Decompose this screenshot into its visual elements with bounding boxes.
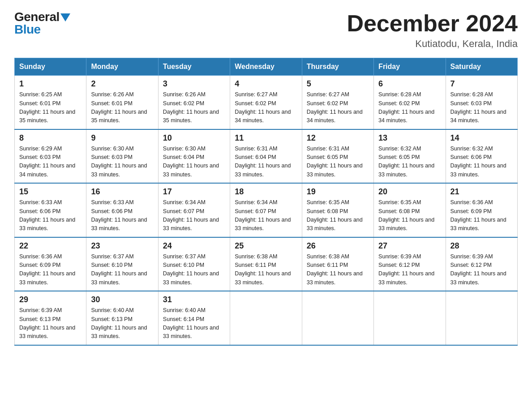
calendar-cell: 21Sunrise: 6:36 AMSunset: 6:09 PMDayligh… [446, 183, 517, 237]
day-info: Sunrise: 6:32 AMSunset: 6:05 PMDaylight:… [378, 145, 441, 180]
day-info: Sunrise: 6:34 AMSunset: 6:07 PMDaylight:… [235, 198, 297, 233]
calendar-cell: 31Sunrise: 6:40 AMSunset: 6:14 PMDayligh… [158, 291, 230, 345]
day-info: Sunrise: 6:39 AMSunset: 6:13 PMDaylight:… [19, 306, 82, 341]
day-info: Sunrise: 6:30 AMSunset: 6:04 PMDaylight:… [163, 145, 225, 180]
day-info: Sunrise: 6:33 AMSunset: 6:06 PMDaylight:… [91, 198, 153, 233]
calendar-header-thursday: Thursday [302, 58, 373, 76]
calendar-header-wednesday: Wednesday [230, 58, 302, 76]
day-number: 4 [235, 79, 297, 89]
day-number: 25 [235, 241, 297, 251]
page-header: General Blue December 2024 Kutiatodu, Ke… [14, 11, 518, 50]
calendar-header-sunday: Sunday [15, 58, 86, 76]
day-number: 2 [91, 79, 153, 89]
day-number: 24 [163, 241, 225, 251]
calendar-cell: 28Sunrise: 6:39 AMSunset: 6:12 PMDayligh… [446, 237, 517, 291]
day-info: Sunrise: 6:35 AMSunset: 6:08 PMDaylight:… [307, 198, 369, 233]
calendar-cell: 19Sunrise: 6:35 AMSunset: 6:08 PMDayligh… [302, 183, 373, 237]
day-number: 26 [307, 241, 369, 251]
day-info: Sunrise: 6:39 AMSunset: 6:12 PMDaylight:… [378, 253, 441, 287]
calendar-cell: 14Sunrise: 6:32 AMSunset: 6:06 PMDayligh… [446, 129, 517, 184]
day-info: Sunrise: 6:29 AMSunset: 6:03 PMDaylight:… [19, 145, 82, 180]
svg-marker-0 [60, 13, 70, 21]
calendar-cell: 10Sunrise: 6:30 AMSunset: 6:04 PMDayligh… [158, 129, 230, 184]
calendar-cell [374, 291, 446, 345]
day-info: Sunrise: 6:38 AMSunset: 6:11 PMDaylight:… [307, 253, 369, 287]
title-block: December 2024 Kutiatodu, Kerala, India [347, 11, 518, 50]
calendar-cell: 30Sunrise: 6:40 AMSunset: 6:13 PMDayligh… [86, 291, 158, 345]
calendar-cell: 11Sunrise: 6:31 AMSunset: 6:04 PMDayligh… [230, 129, 302, 184]
day-info: Sunrise: 6:25 AMSunset: 6:01 PMDaylight:… [19, 90, 82, 125]
day-info: Sunrise: 6:34 AMSunset: 6:07 PMDaylight:… [163, 198, 225, 233]
calendar-cell: 12Sunrise: 6:31 AMSunset: 6:05 PMDayligh… [302, 129, 373, 184]
calendar-cell: 7Sunrise: 6:28 AMSunset: 6:03 PMDaylight… [446, 76, 517, 129]
calendar-week-row: 1Sunrise: 6:25 AMSunset: 6:01 PMDaylight… [15, 76, 518, 129]
location-subtitle: Kutiatodu, Kerala, India [347, 38, 518, 50]
calendar-cell: 27Sunrise: 6:39 AMSunset: 6:12 PMDayligh… [374, 237, 446, 291]
calendar-cell [302, 291, 373, 345]
day-info: Sunrise: 6:26 AMSunset: 6:02 PMDaylight:… [163, 90, 225, 125]
calendar-cell: 5Sunrise: 6:27 AMSunset: 6:02 PMDaylight… [302, 76, 373, 129]
day-number: 6 [378, 79, 441, 89]
day-number: 23 [91, 241, 153, 251]
day-number: 17 [163, 187, 225, 197]
day-info: Sunrise: 6:35 AMSunset: 6:08 PMDaylight:… [378, 198, 441, 233]
calendar-header-saturday: Saturday [446, 58, 517, 76]
calendar-cell: 16Sunrise: 6:33 AMSunset: 6:06 PMDayligh… [86, 183, 158, 237]
logo-triangle-icon [60, 13, 70, 21]
day-info: Sunrise: 6:33 AMSunset: 6:06 PMDaylight:… [19, 198, 82, 233]
calendar-header-monday: Monday [86, 58, 158, 76]
day-info: Sunrise: 6:36 AMSunset: 6:09 PMDaylight:… [19, 253, 82, 287]
day-number: 19 [307, 187, 369, 197]
day-number: 9 [91, 133, 153, 143]
day-number: 22 [19, 241, 82, 251]
logo: General Blue [14, 11, 70, 36]
day-number: 18 [235, 187, 297, 197]
calendar-cell: 20Sunrise: 6:35 AMSunset: 6:08 PMDayligh… [374, 183, 446, 237]
day-number: 30 [91, 295, 153, 304]
day-info: Sunrise: 6:28 AMSunset: 6:03 PMDaylight:… [450, 90, 513, 125]
day-info: Sunrise: 6:39 AMSunset: 6:12 PMDaylight:… [450, 253, 513, 287]
day-number: 31 [163, 295, 225, 304]
day-number: 27 [378, 241, 441, 251]
calendar-header-row: SundayMondayTuesdayWednesdayThursdayFrid… [15, 58, 518, 76]
day-number: 15 [19, 187, 82, 197]
calendar-cell: 26Sunrise: 6:38 AMSunset: 6:11 PMDayligh… [302, 237, 373, 291]
calendar-cell [230, 291, 302, 345]
day-info: Sunrise: 6:40 AMSunset: 6:13 PMDaylight:… [91, 306, 153, 341]
calendar-cell: 4Sunrise: 6:27 AMSunset: 6:02 PMDaylight… [230, 76, 302, 129]
calendar-cell: 22Sunrise: 6:36 AMSunset: 6:09 PMDayligh… [15, 237, 86, 291]
calendar-cell: 18Sunrise: 6:34 AMSunset: 6:07 PMDayligh… [230, 183, 302, 237]
day-info: Sunrise: 6:37 AMSunset: 6:10 PMDaylight:… [163, 253, 225, 287]
calendar-cell: 1Sunrise: 6:25 AMSunset: 6:01 PMDaylight… [15, 76, 86, 129]
calendar-cell: 24Sunrise: 6:37 AMSunset: 6:10 PMDayligh… [158, 237, 230, 291]
day-info: Sunrise: 6:38 AMSunset: 6:11 PMDaylight:… [235, 253, 297, 287]
calendar-cell: 3Sunrise: 6:26 AMSunset: 6:02 PMDaylight… [158, 76, 230, 129]
day-number: 29 [19, 295, 82, 304]
day-number: 7 [450, 79, 513, 89]
day-info: Sunrise: 6:30 AMSunset: 6:03 PMDaylight:… [91, 145, 153, 180]
day-info: Sunrise: 6:31 AMSunset: 6:04 PMDaylight:… [235, 145, 297, 180]
calendar-cell: 29Sunrise: 6:39 AMSunset: 6:13 PMDayligh… [15, 291, 86, 345]
day-number: 1 [19, 79, 82, 89]
logo-blue: Blue [14, 23, 41, 36]
day-info: Sunrise: 6:31 AMSunset: 6:05 PMDaylight:… [307, 145, 369, 180]
calendar-cell: 15Sunrise: 6:33 AMSunset: 6:06 PMDayligh… [15, 183, 86, 237]
day-number: 20 [378, 187, 441, 197]
calendar-header-friday: Friday [374, 58, 446, 76]
day-info: Sunrise: 6:26 AMSunset: 6:01 PMDaylight:… [91, 90, 153, 125]
day-info: Sunrise: 6:36 AMSunset: 6:09 PMDaylight:… [450, 198, 513, 233]
logo-general: General [14, 11, 60, 23]
calendar-cell: 6Sunrise: 6:28 AMSunset: 6:02 PMDaylight… [374, 76, 446, 129]
day-number: 11 [235, 133, 297, 143]
day-number: 13 [378, 133, 441, 143]
day-info: Sunrise: 6:27 AMSunset: 6:02 PMDaylight:… [235, 90, 297, 125]
day-info: Sunrise: 6:28 AMSunset: 6:02 PMDaylight:… [378, 90, 441, 125]
calendar-cell: 9Sunrise: 6:30 AMSunset: 6:03 PMDaylight… [86, 129, 158, 184]
day-info: Sunrise: 6:32 AMSunset: 6:06 PMDaylight:… [450, 145, 513, 180]
calendar-cell: 8Sunrise: 6:29 AMSunset: 6:03 PMDaylight… [15, 129, 86, 184]
day-number: 3 [163, 79, 225, 89]
day-number: 10 [163, 133, 225, 143]
calendar-cell: 2Sunrise: 6:26 AMSunset: 6:01 PMDaylight… [86, 76, 158, 129]
calendar-table: SundayMondayTuesdayWednesdayThursdayFrid… [14, 58, 518, 346]
day-number: 16 [91, 187, 153, 197]
